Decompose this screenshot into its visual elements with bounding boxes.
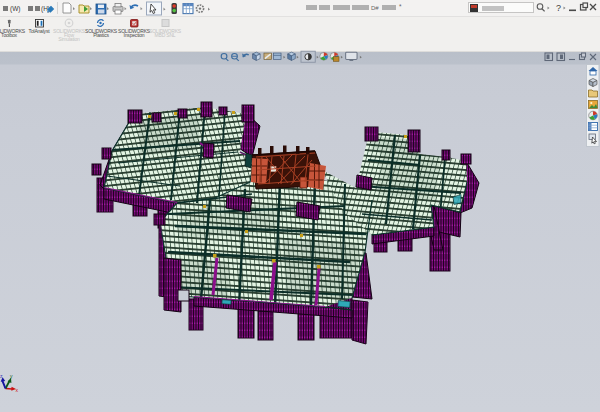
svg-text:?: ? xyxy=(556,3,561,13)
svg-text:y: y xyxy=(10,373,13,379)
svg-text:x: x xyxy=(16,387,19,393)
